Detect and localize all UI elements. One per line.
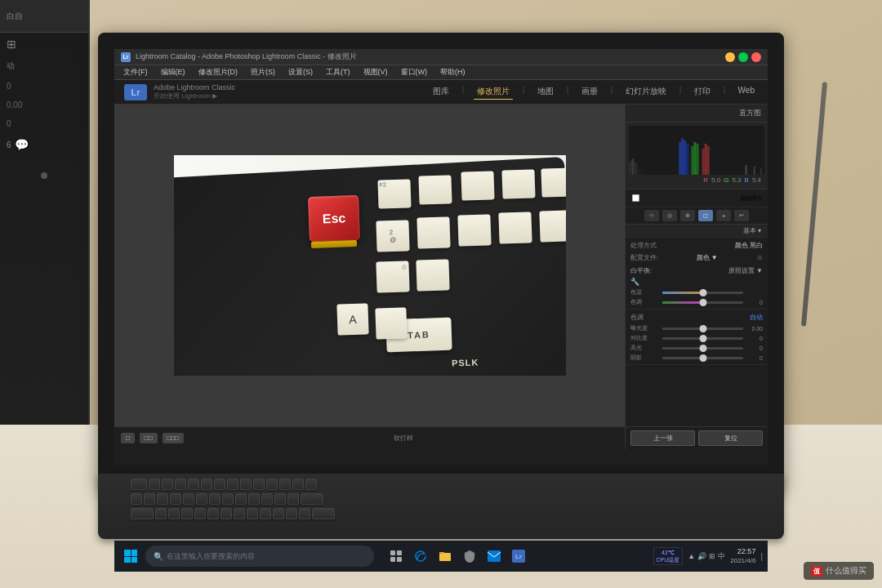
lk-backtick[interactable] bbox=[131, 493, 142, 505]
network-icon[interactable]: ▲ bbox=[688, 552, 695, 560]
temp-slider-thumb[interactable] bbox=[699, 289, 706, 296]
menu-help[interactable]: 帮助(H) bbox=[438, 67, 468, 78]
lk-5[interactable] bbox=[196, 493, 207, 505]
left-panel-item-bottom[interactable]: 6 💬 bbox=[0, 133, 88, 156]
lk-q[interactable] bbox=[155, 508, 167, 519]
lk-e[interactable] bbox=[181, 508, 193, 519]
panel-info-btn[interactable]: ≡ bbox=[716, 210, 731, 221]
lk-enter[interactable] bbox=[312, 508, 335, 519]
panel-reset-btn[interactable]: ↩ bbox=[734, 210, 749, 221]
show-desktop-btn[interactable]: | bbox=[760, 552, 763, 561]
tab-web[interactable]: Web bbox=[735, 84, 758, 100]
contrast-thumb[interactable] bbox=[699, 335, 706, 342]
view-btn-1[interactable]: □ bbox=[121, 433, 135, 443]
panel-heal-btn[interactable]: ◎ bbox=[662, 210, 677, 221]
battery-icon[interactable]: ⊞ bbox=[709, 552, 715, 560]
lk-equals[interactable] bbox=[287, 493, 299, 505]
lk-y[interactable] bbox=[220, 508, 232, 519]
lk-9[interactable] bbox=[248, 493, 260, 505]
eyedropper-icon[interactable]: 🔧 bbox=[630, 278, 639, 286]
original-photo-checkbox[interactable] bbox=[632, 194, 639, 202]
exposure-thumb[interactable] bbox=[699, 325, 706, 332]
panel-crop-btn[interactable]: ⊹ bbox=[644, 210, 659, 221]
lk-f12[interactable] bbox=[292, 479, 304, 490]
lk-8[interactable] bbox=[235, 493, 247, 505]
lk-t[interactable] bbox=[207, 508, 219, 519]
lr-taskbar-icon[interactable]: Lr bbox=[508, 546, 529, 567]
highlights-slider[interactable] bbox=[662, 347, 743, 350]
prev-photo-btn[interactable]: 上一张 bbox=[630, 430, 695, 446]
close-button[interactable] bbox=[751, 52, 761, 62]
security-icon[interactable] bbox=[459, 546, 480, 567]
panel-mask-btn[interactable]: ◻ bbox=[698, 210, 713, 221]
lk-4[interactable] bbox=[183, 493, 194, 505]
left-panel-item-2[interactable]: 动 bbox=[0, 56, 88, 77]
lk-6[interactable] bbox=[209, 493, 220, 505]
tab-develop[interactable]: 修改照片 bbox=[474, 84, 513, 100]
taskbar-search-box[interactable]: 🔍 在这里输入你要搜索的内容 bbox=[145, 546, 374, 567]
menu-photo[interactable]: 照片(S) bbox=[248, 67, 278, 78]
edge-icon[interactable] bbox=[410, 546, 431, 567]
photo-viewport[interactable]: Esc F2 2@ bbox=[114, 105, 625, 426]
lk-1[interactable] bbox=[144, 493, 155, 505]
maximize-button[interactable] bbox=[738, 52, 748, 62]
left-panel-item-1[interactable]: ⊞ bbox=[0, 33, 88, 56]
minimize-button[interactable] bbox=[725, 52, 735, 62]
lk-p[interactable] bbox=[273, 508, 284, 519]
lk-f3[interactable] bbox=[175, 479, 186, 490]
lk-f10[interactable] bbox=[266, 479, 278, 490]
start-button[interactable] bbox=[119, 545, 142, 568]
temp-slider-track[interactable] bbox=[662, 292, 743, 294]
mail-icon[interactable] bbox=[483, 546, 505, 567]
menu-file[interactable]: 文件(F) bbox=[121, 67, 150, 78]
volume-icon[interactable]: 🔊 bbox=[697, 552, 706, 560]
wb-value[interactable]: 原照设置 ▼ bbox=[728, 266, 763, 275]
view-btn-2[interactable]: □□ bbox=[140, 433, 158, 443]
lk-f4[interactable] bbox=[188, 479, 199, 490]
tint-slider-track[interactable] bbox=[662, 301, 743, 304]
lk-f7[interactable] bbox=[227, 479, 238, 490]
profile-options-icon[interactable]: ⊞ bbox=[757, 254, 763, 261]
lk-esc[interactable] bbox=[131, 479, 147, 490]
lk-bracket-l[interactable] bbox=[286, 508, 297, 519]
lk-del[interactable] bbox=[305, 479, 317, 490]
lk-f11[interactable] bbox=[279, 479, 291, 490]
tab-print[interactable]: 打印 bbox=[691, 84, 714, 100]
tab-book[interactable]: 画册 bbox=[578, 84, 601, 100]
lk-f2[interactable] bbox=[162, 479, 173, 490]
lk-f1[interactable] bbox=[149, 479, 160, 490]
lr-tagline[interactable]: 开始使用 Lightroom ▶ bbox=[154, 91, 235, 100]
tone-auto-btn[interactable]: 自动 bbox=[750, 313, 763, 322]
menu-develop[interactable]: 修改照片(D) bbox=[196, 67, 241, 78]
lk-tab[interactable] bbox=[131, 508, 154, 519]
menu-edit[interactable]: 编辑(E) bbox=[158, 67, 188, 78]
menu-tools[interactable]: 工具(T) bbox=[323, 67, 353, 78]
lk-f6[interactable] bbox=[214, 479, 225, 490]
shadows-slider[interactable] bbox=[662, 357, 743, 359]
tab-library[interactable]: 图库 bbox=[430, 84, 452, 100]
lk-w[interactable] bbox=[168, 508, 180, 519]
lk-u[interactable] bbox=[234, 508, 245, 519]
menu-window[interactable]: 窗口(W) bbox=[399, 67, 430, 78]
tab-slideshow[interactable]: 幻灯片放映 bbox=[622, 84, 670, 100]
lk-r[interactable] bbox=[194, 508, 206, 519]
lk-i[interactable] bbox=[247, 508, 258, 519]
lk-f5[interactable] bbox=[201, 479, 212, 490]
panel-redeye-btn[interactable]: ⊕ bbox=[680, 210, 695, 221]
menu-settings[interactable]: 设置(S) bbox=[286, 67, 315, 78]
clock[interactable]: 22:57 2021/4/6 bbox=[730, 547, 755, 565]
highlights-thumb[interactable] bbox=[699, 345, 706, 352]
lk-f9[interactable] bbox=[253, 479, 265, 490]
lk-2[interactable] bbox=[157, 493, 168, 505]
contrast-slider[interactable] bbox=[662, 337, 743, 340]
lk-0[interactable] bbox=[261, 493, 273, 505]
lk-bracket-r[interactable] bbox=[299, 508, 310, 519]
lk-3[interactable] bbox=[170, 493, 181, 505]
lk-o[interactable] bbox=[260, 508, 271, 519]
menu-view[interactable]: 视图(V) bbox=[361, 67, 390, 78]
chs-input[interactable]: 中 bbox=[718, 551, 725, 562]
reset-btn[interactable]: 复位 bbox=[698, 430, 763, 446]
lk-minus[interactable] bbox=[274, 493, 286, 505]
view-btn-3[interactable]: □□□ bbox=[163, 433, 185, 443]
explorer-icon[interactable] bbox=[434, 546, 456, 567]
